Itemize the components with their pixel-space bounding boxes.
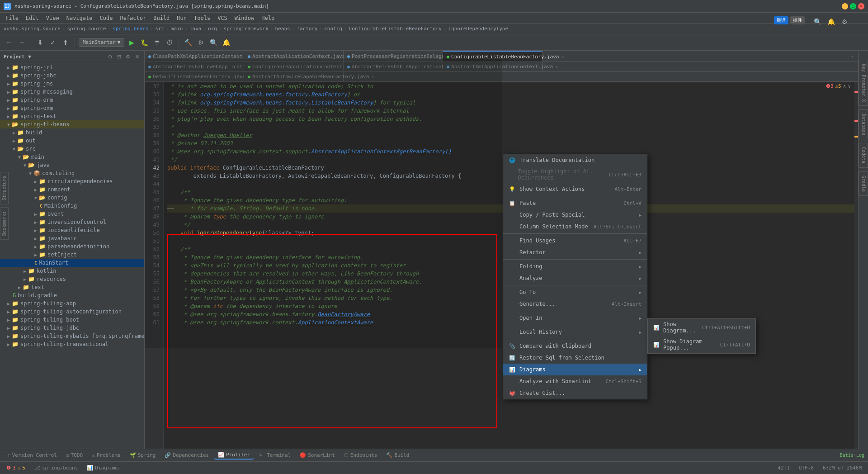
menu-run[interactable]: Run <box>173 14 190 22</box>
sidebar-item-mybatis[interactable]: ▶ 📁 spring-tuling-mybatis [org.springfra… <box>0 332 144 340</box>
menu-edit[interactable]: Edit <box>22 14 42 22</box>
tab-overflow-button[interactable]: ⋮ <box>847 51 858 62</box>
vcs-push-button[interactable]: ⬆ <box>60 37 71 48</box>
cm-show-diagram-popup[interactable]: 📊 Show Diagram Popup... Ctrl+Alt+U <box>648 336 755 353</box>
sidebar-collapse-button[interactable]: ⊟ <box>115 53 123 61</box>
build-button[interactable]: 🔨 <box>183 37 193 48</box>
sidebar-item-spring-oxm[interactable]: ▶ 📁 spring-oxm <box>0 104 144 112</box>
search-button[interactable]: 🔍 <box>812 16 823 27</box>
sidebar-item-ioc[interactable]: ▶ 📁 iocbeanlifecicle <box>0 226 144 234</box>
cm-column-selection[interactable]: Column Selection Mode Alt+Shift+Insert <box>503 221 647 232</box>
nav-config[interactable]: config <box>324 26 342 32</box>
profile-button[interactable]: ⏱ <box>164 37 175 48</box>
codota-tab[interactable]: Codota <box>859 143 868 167</box>
nav-org[interactable]: org <box>208 26 217 32</box>
cm-show-diagram[interactable]: 📊 Show Diagram... Ctrl+Alt+Shift+U <box>648 319 755 336</box>
menu-tools[interactable]: Tools <box>190 14 214 22</box>
minimize-button[interactable]: — <box>842 3 848 9</box>
run-button[interactable]: ▶ <box>126 37 137 48</box>
cm-copy-paste-special[interactable]: Copy / Paste Special ▶ <box>503 209 647 221</box>
bottom-tab-spring[interactable]: 🌱 Spring <box>126 451 160 459</box>
menu-window[interactable]: Window <box>231 14 258 22</box>
status-branch[interactable]: ⎇ spring-beans <box>32 464 80 472</box>
menu-build[interactable]: Build <box>150 14 173 22</box>
sidebar-item-aop[interactable]: ▶ 📁 spring-tuling-aop <box>0 299 144 308</box>
cm-show-context-actions[interactable]: 💡 Show Context Actions Alt+Enter <box>503 183 647 195</box>
bookmarks-tab[interactable]: Bookmarks <box>0 207 9 240</box>
cm-go-to[interactable]: Go To ▶ <box>503 286 647 298</box>
bottom-tab-build[interactable]: 🔨 Build <box>382 451 413 459</box>
sidebar-item-out[interactable]: ▶ 📁 out <box>0 137 144 145</box>
sidebar-item-spring-orm[interactable]: ▶ 📁 spring-orm <box>0 96 144 104</box>
cm-analyze[interactable]: Analyze ▶ <box>503 272 647 284</box>
run-config-selector[interactable]: MainStarter ▼ <box>79 38 124 47</box>
sidebar-item-main[interactable]: ▼ 📂 main <box>0 153 144 161</box>
menu-refactor[interactable]: Refactor <box>116 14 150 22</box>
translate-button[interactable]: 翻译 <box>774 16 788 24</box>
cm-open-in[interactable]: Open In ▶ <box>503 312 647 324</box>
nav-main[interactable]: main <box>171 26 183 32</box>
status-memory[interactable]: 672M of 2046M <box>820 464 864 472</box>
status-encoding[interactable]: UTF-8 <box>796 464 816 472</box>
fold-up-icon[interactable]: ∧ <box>843 83 846 89</box>
sidebar-locate-button[interactable]: ⊙ <box>106 53 113 61</box>
settings-button[interactable]: ⚙ <box>839 16 850 27</box>
sidebar-item-compent[interactable]: ▶ 📁 compent <box>0 185 144 194</box>
bottom-tab-endpoints[interactable]: ⬡ Endpoints <box>340 451 381 459</box>
sidebar-item-jdbc[interactable]: ▶ 📁 spring-tuling-jdbc <box>0 324 144 332</box>
database-tab[interactable]: Database <box>859 109 868 139</box>
bottom-tab-vcs[interactable]: ↑ Version Control <box>4 451 61 459</box>
sidebar-item-spring-jdbc[interactable]: ▶ 📁 spring-jdbc <box>0 71 144 80</box>
sidebar-close-button[interactable]: ✕ <box>133 53 141 61</box>
cm-diagrams[interactable]: 📊 Diagrams ▶ <box>503 364 647 375</box>
notifications-button[interactable]: 🔔 <box>221 37 231 48</box>
sidebar-item-parsebean[interactable]: ▶ 📁 parsebeandefinition <box>0 242 144 251</box>
sidebar-item-inversion[interactable]: ▶ 📁 inversionofcontrol <box>0 218 144 226</box>
debug-button[interactable]: 🐛 <box>139 37 150 48</box>
bottom-tab-deps[interactable]: 🔗 Dependencies <box>161 451 212 459</box>
bottom-tab-terminal[interactable]: >_ Terminal <box>255 451 294 459</box>
sidebar-item-build-gradle[interactable]: G build.gradle <box>0 291 144 299</box>
sidebar-item-java[interactable]: ▼ 📂 java <box>0 161 144 169</box>
vcs-commit-button[interactable]: ✓ <box>47 37 58 48</box>
sidebar-item-test[interactable]: ▶ 📁 test <box>0 283 144 291</box>
fold-down-icon[interactable]: ∨ <box>848 83 851 89</box>
status-errors[interactable]: ❶ 3 ⚠ 5 <box>4 464 28 472</box>
bottom-tab-profiler[interactable]: 📈 Profiler <box>214 451 254 460</box>
cm-translate-docs[interactable]: 🌐 Translate Documentation <box>503 154 647 166</box>
maximize-button[interactable]: □ <box>850 3 856 9</box>
cm-find-usages[interactable]: Find Usages Alt+F7 <box>503 235 647 246</box>
sidebar-item-mainconfig[interactable]: C MainConfig <box>0 202 144 210</box>
cm-folding[interactable]: Folding ▶ <box>503 261 647 272</box>
status-line-col[interactable]: 42:1 <box>775 464 793 472</box>
sidebar-item-circular[interactable]: ▶ 📁 circulardependencies <box>0 177 144 185</box>
sidebar-item-setinject[interactable]: ▶ 📁 setInject <box>0 251 144 259</box>
translate-button-2[interactable]: 插件 <box>790 16 805 24</box>
bottom-tab-sonar[interactable]: 🔴 SonarLint <box>296 451 339 459</box>
sidebar-item-spring-messaging[interactable]: ▶ 📁 spring-messaging <box>0 88 144 96</box>
sidebar-item-src[interactable]: ▼ 📂 src <box>0 145 144 153</box>
nav-factory[interactable]: factory <box>297 26 317 32</box>
nav-java[interactable]: java <box>189 26 202 32</box>
nav-src[interactable]: src <box>155 26 164 32</box>
status-diagrams[interactable]: 📊 Diagrams <box>84 464 122 472</box>
sidebar-item-mainstart[interactable]: C MainStart <box>0 259 144 267</box>
structure-tab[interactable]: Structure <box>0 172 9 204</box>
search-everywhere-button[interactable]: 🔍 <box>208 37 219 48</box>
cm-analyze-sonar[interactable]: Analyze with SonarLint Ctrl+Shift+S <box>503 375 647 387</box>
coverage-button[interactable]: ☂ <box>151 37 162 48</box>
nav-class[interactable]: ConfigurableListableBeanFactory <box>349 26 442 32</box>
sidebar-item-spring-test[interactable]: ▶ 📁 spring-test <box>0 112 144 120</box>
menu-code[interactable]: Code <box>96 14 117 22</box>
sidebar-settings-button[interactable]: ⚙ <box>124 53 132 61</box>
bottom-tab-problems[interactable]: ⚠ Problems <box>88 451 124 459</box>
sidebar-item-spring-jms[interactable]: ▶ 📁 spring-jms <box>0 80 144 88</box>
cm-create-gist[interactable]: 🐙 Create Gist... <box>503 387 647 399</box>
tab-close-button[interactable]: ✕ <box>561 54 564 60</box>
nav-springframework[interactable]: springframework <box>224 26 269 32</box>
sidebar-item-autoconfig[interactable]: ▶ 📁 spring-tuling-autoconfiguration <box>0 308 144 316</box>
nav-spring-source[interactable]: spring-source <box>67 26 106 32</box>
nav-method[interactable]: ignoreDependencyType <box>448 26 508 32</box>
sidebar-item-transactional[interactable]: ▶ 📁 spring-tuling-transactional <box>0 340 144 348</box>
menu-view[interactable]: View <box>42 14 63 22</box>
